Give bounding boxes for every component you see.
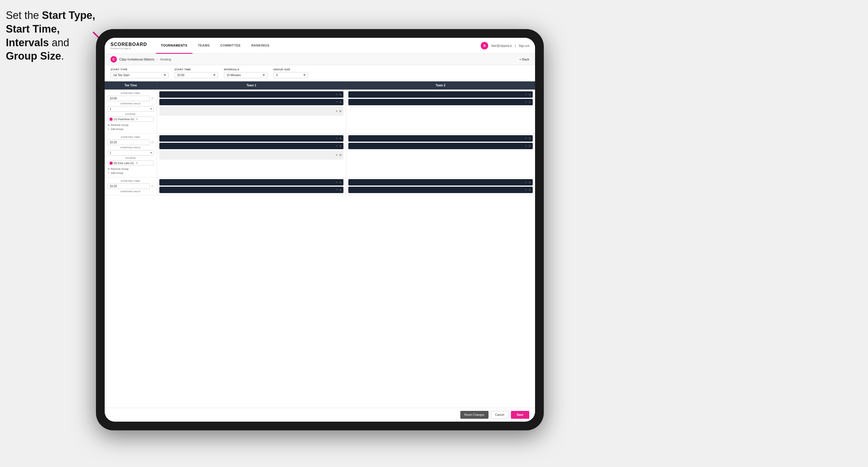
close-icon-2[interactable]: ✕ <box>336 101 338 103</box>
g3-close-icon-t2-2[interactable]: ✕ <box>525 188 527 191</box>
group-size-label: Group Size <box>273 68 308 71</box>
close-icon-t2-1[interactable]: ✕ <box>525 93 527 96</box>
course-remove-1[interactable]: ✕ <box>136 118 138 121</box>
g2-close-icon-2[interactable]: ✕ <box>336 145 338 148</box>
logo-text: SCOREBOARD <box>111 42 147 47</box>
group-3-team1: ✕ ⊞ ✕ ⊞ <box>157 177 346 195</box>
player-slot-1-1: ✕ ⊞ <box>159 91 343 98</box>
expand-icon-t2-1[interactable]: ⊞ <box>529 93 531 96</box>
table-header: Tee Time Team 1 Team 2 <box>105 82 535 90</box>
group-1-team2: ✕ ⊞ ✕ ⊞ <box>346 90 535 133</box>
footer-bar: Reset Changes Cancel Save <box>105 408 535 422</box>
save-button[interactable]: Save <box>511 411 529 419</box>
course-remove-2[interactable]: ✕ <box>135 161 138 164</box>
g2-player-slot-1-1: ✕ ⊞ <box>159 135 343 142</box>
intervals-select[interactable]: 10 Minutes <box>224 72 268 78</box>
course-label-2: COURSE: <box>107 157 154 159</box>
group-1-team1: ✕ ⊞ ✕ ⊞ ✕ ⊞ <box>157 90 346 133</box>
g2-close-icon-3[interactable]: ✕ <box>336 154 338 156</box>
g3-player-slot-1-2: ✕ ⊞ <box>159 187 343 193</box>
group-2-team1: ✕ ⊞ ✕ ⊞ ✕ ⊞ <box>157 133 346 177</box>
reset-button[interactable]: Reset Changes <box>460 411 489 419</box>
tab-teams[interactable]: TEAMS <box>192 38 215 54</box>
starting-hole-label-3: STARTING HOLE: <box>107 190 154 193</box>
group-2-sidebar: STARTING TIME: ⏱ STARTING HOLE: 1 COURSE… <box>105 133 157 177</box>
close-icon-t2-2[interactable]: ✕ <box>525 101 527 103</box>
tee-group-1: STARTING TIME: ⏱ STARTING HOLE: 1 COURSE… <box>105 90 535 133</box>
start-type-label: Start Type <box>111 68 169 71</box>
starting-time-input-1[interactable] <box>107 96 150 101</box>
start-type-group: Start Type 1st Tee Start <box>111 68 169 78</box>
g2-close-icon-1[interactable]: ✕ <box>336 137 338 140</box>
group-size-select[interactable]: 3 <box>273 72 308 78</box>
g2-expand-icon-3[interactable]: ⊞ <box>339 154 342 156</box>
expand-icon-t2-2[interactable]: ⊞ <box>529 101 531 103</box>
breadcrumb-section: Hosting <box>160 58 171 61</box>
starting-hole-select-1[interactable]: 1 <box>107 106 154 112</box>
g3-expand-icon-2[interactable]: ⊞ <box>339 188 342 191</box>
g3-expand-icon-t2-1[interactable]: ⊞ <box>529 181 531 184</box>
starting-time-input-2[interactable] <box>107 139 150 145</box>
add-group-btn-1[interactable]: + Add Group <box>107 127 154 131</box>
g2-expand-icon-2[interactable]: ⊞ <box>339 145 342 148</box>
intervals-group: Intervals 10 Minutes <box>224 68 268 78</box>
breadcrumb-icon: C <box>111 56 117 63</box>
close-icon[interactable]: ✕ <box>336 93 338 96</box>
starting-time-label-2: STARTING TIME: <box>107 136 154 138</box>
starting-hole-label-2: STARTING HOLE: <box>107 146 154 149</box>
g3-player-slot-2-2: ✕ ⊞ <box>348 187 533 193</box>
start-time-label: Start Time <box>175 68 218 71</box>
g2-expand-icon-t2-2[interactable]: ⊞ <box>529 145 531 148</box>
g3-expand-icon-1[interactable]: ⊞ <box>339 181 342 184</box>
expand-icon-2[interactable]: ⊞ <box>339 101 342 103</box>
start-time-group: Start Time 10:00 <box>175 68 218 78</box>
g3-close-icon-t2-1[interactable]: ✕ <box>525 181 527 184</box>
g2-close-icon-t2-1[interactable]: ✕ <box>525 137 527 140</box>
sign-out-link[interactable]: Sign out <box>519 44 529 48</box>
breadcrumb-left: C Clipp Invitational (Match) › Hosting <box>111 56 171 63</box>
cancel-button[interactable]: Cancel <box>491 411 508 419</box>
g3-close-icon-2[interactable]: ✕ <box>336 188 338 191</box>
add-group-btn-2[interactable]: + Add Group <box>107 171 154 175</box>
starting-time-input-3[interactable] <box>107 184 150 189</box>
g2-expand-icon-t2-1[interactable]: ⊞ <box>529 137 531 140</box>
main-content: Tee Time Team 1 Team 2 STARTING TIME: ⏱ … <box>105 82 535 408</box>
controls-row: Start Type 1st Tee Start Start Time 10:0… <box>105 65 535 82</box>
g3-expand-icon-t2-2[interactable]: ⊞ <box>529 188 531 191</box>
close-icon-3[interactable]: ✕ <box>336 110 338 113</box>
expand-icon[interactable]: ⊞ <box>339 93 342 96</box>
group-size-group: Group Size 3 <box>273 68 308 78</box>
g2-expand-icon-1[interactable]: ⊞ <box>339 137 342 140</box>
tab-committee[interactable]: COMMITTEE <box>215 38 246 54</box>
player-slot-2-1: ✕ ⊞ <box>348 91 533 98</box>
course-label-1: COURSE: <box>107 113 154 116</box>
tab-rankings[interactable]: RANKINGS <box>246 38 275 54</box>
g3-close-icon-1[interactable]: ✕ <box>336 181 338 184</box>
g3-player-slot-1-1: ✕ ⊞ <box>159 179 343 186</box>
intervals-label: Intervals <box>224 68 268 71</box>
remove-group-btn-2[interactable]: ⊖Remove Group <box>107 167 154 171</box>
player-slot-1-2: ✕ ⊞ <box>159 99 343 105</box>
nav-right: B blair@clipped.io | Sign out <box>481 42 529 50</box>
start-time-select[interactable]: 10:00 <box>175 72 218 78</box>
start-type-select[interactable]: 1st Tee Start <box>111 72 169 78</box>
remove-group-btn-1[interactable]: ⊖Remove Group <box>107 123 154 127</box>
starting-hole-select-2[interactable]: 1 <box>107 150 154 156</box>
player-slot-1-3: ✕ ⊞ <box>159 106 343 116</box>
tablet-frame: SCOREBOARD Powered by clipp.io TOURNAMEN… <box>96 29 544 430</box>
clock-icon-2: ⏱ <box>151 141 154 144</box>
starting-time-label-1: STARTING TIME: <box>107 92 154 94</box>
group-1-sidebar: STARTING TIME: ⏱ STARTING HOLE: 1 COURSE… <box>105 90 157 133</box>
user-email: blair@clipped.io <box>491 44 512 48</box>
tee-group-2: STARTING TIME: ⏱ STARTING HOLE: 1 COURSE… <box>105 133 535 177</box>
course-name-2: (B) East Lake GC <box>114 162 134 164</box>
col-team1: Team 1 <box>157 82 346 89</box>
starting-hole-label-1: STARTING HOLE: <box>107 102 154 105</box>
breadcrumb-tournament: Clipp Invitational (Match) <box>119 58 154 61</box>
nav-bar: SCOREBOARD Powered by clipp.io TOURNAMEN… <box>105 38 535 54</box>
back-link[interactable]: < Back <box>519 58 529 61</box>
tab-tournaments[interactable]: TOURNAMENTS <box>156 38 193 54</box>
g2-close-icon-t2-2[interactable]: ✕ <box>525 145 527 148</box>
group-3-team2: ✕ ⊞ ✕ ⊞ <box>346 177 535 195</box>
expand-icon-3[interactable]: ⊞ <box>339 110 342 113</box>
